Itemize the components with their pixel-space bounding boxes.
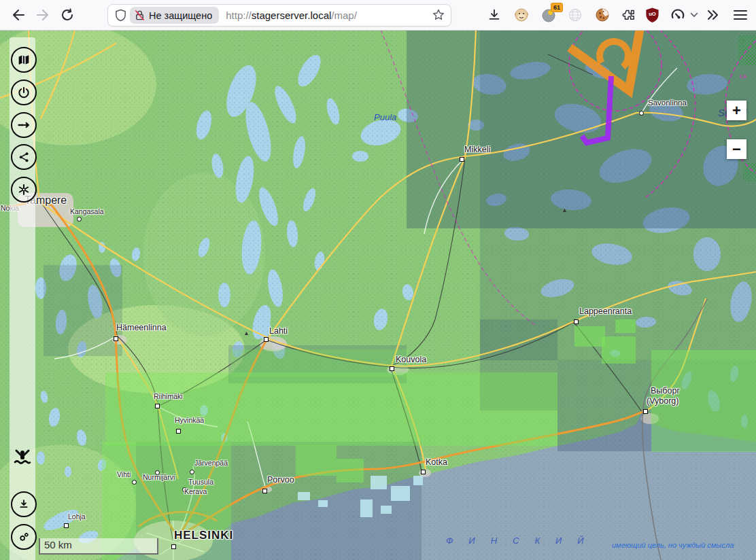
map-label: Выборг	[651, 386, 680, 396]
download-map-button[interactable]	[11, 491, 37, 517]
gauge-extension-button[interactable]	[668, 5, 687, 24]
folded-map-icon	[16, 52, 31, 67]
town-marker	[262, 489, 267, 493]
extension-badge-count: 61	[551, 3, 563, 12]
map-label: Riihimäki	[154, 392, 183, 400]
swimmer-icon	[13, 448, 32, 467]
download-icon	[487, 8, 501, 22]
security-label: Не защищено	[149, 10, 212, 21]
town-marker	[171, 544, 176, 549]
asterisk-icon	[17, 183, 31, 196]
toolbar-overflow-button[interactable]	[704, 5, 723, 24]
track-play-button[interactable]	[11, 112, 37, 138]
share-button[interactable]	[11, 144, 37, 170]
town-marker	[390, 366, 394, 371]
browser-toolbar: Не защищено http://stagerserver.local/ma…	[0, 0, 756, 31]
url-scheme: http://	[226, 10, 252, 21]
map-label: Lappeenranta	[579, 307, 632, 316]
download-icon	[17, 497, 31, 511]
town-marker	[114, 336, 118, 341]
layers-button[interactable]	[11, 47, 37, 73]
map-label: Kouvola	[396, 355, 426, 364]
map-label: Kotka	[426, 457, 447, 467]
town-marker	[190, 470, 194, 474]
map-label: Kerava	[184, 487, 207, 495]
map-label: HELSINKI	[174, 529, 233, 542]
map-label: Hämeenlinna	[116, 323, 167, 332]
settings-button[interactable]	[11, 524, 37, 550]
zoom-in-button[interactable]: +	[727, 101, 746, 120]
map-label: Porvoo	[267, 475, 294, 485]
chevron-down-icon	[690, 12, 698, 18]
map-canvas[interactable]: TampereNokiaKangasalaHämeenlinnaRiihimäk…	[0, 30, 756, 560]
cookie-icon	[594, 7, 611, 23]
map-render	[0, 30, 756, 560]
map-label: Lohja	[68, 512, 86, 521]
town-marker	[77, 217, 82, 222]
town-marker	[64, 523, 69, 528]
gauge-icon	[670, 7, 686, 23]
town-marker	[176, 429, 181, 434]
reload-button[interactable]	[58, 5, 77, 24]
town-marker	[639, 111, 644, 116]
reload-icon	[60, 7, 75, 22]
town-marker	[643, 409, 648, 414]
monkey-icon	[513, 7, 530, 23]
zoom-out-button[interactable]: −	[727, 139, 746, 159]
disabled-globe-extension-button[interactable]	[566, 5, 585, 24]
map-label: имеющий цель, но чуждый смысла	[612, 541, 734, 549]
scale-bar: 50 km	[39, 538, 158, 555]
downloads-button[interactable]	[485, 5, 504, 24]
url-path: /map/	[331, 10, 357, 21]
map-label: Mikkeli	[464, 145, 490, 154]
town-marker	[421, 470, 426, 474]
town-marker	[155, 404, 160, 408]
reserve-hatch	[738, 35, 756, 65]
shield-permissions-icon[interactable]	[114, 8, 127, 22]
power-button[interactable]	[11, 80, 37, 105]
gears-icon	[17, 530, 31, 544]
swimmer-button[interactable]	[12, 447, 33, 468]
dashes-arrow-icon	[16, 118, 31, 133]
app-menu-button[interactable]	[731, 5, 750, 24]
badged-extension-button[interactable]: 61	[539, 5, 558, 24]
map-label: ФИНСКИЙ	[446, 536, 600, 546]
forward-icon	[35, 7, 50, 22]
town-marker	[460, 157, 464, 162]
ublock-origin-button[interactable]: uO	[642, 5, 662, 24]
url-text[interactable]: http://stagerserver.local/map/	[226, 10, 357, 21]
ublock-text: uO	[649, 11, 656, 17]
tampermonkey-extension-button[interactable]	[512, 5, 531, 24]
extensions-button[interactable]	[620, 5, 639, 24]
power-icon	[17, 86, 31, 99]
globe-icon	[567, 7, 583, 23]
hamburger-menu-icon	[734, 10, 747, 20]
puzzle-piece-icon	[622, 7, 638, 23]
map-label: Kangasala	[70, 207, 104, 215]
security-pill[interactable]: Не защищено	[130, 7, 219, 24]
url-host: stagerserver.local	[252, 10, 332, 21]
back-icon	[11, 7, 26, 22]
forward-button[interactable]	[33, 5, 52, 24]
extension-dropdown-button[interactable]	[688, 5, 700, 24]
map-label: Järvenpää	[194, 459, 228, 467]
town-marker	[264, 337, 269, 342]
map-label: Tuusula	[188, 478, 213, 486]
lock-slash-icon	[135, 10, 145, 21]
map-label: Hyvinkää	[175, 416, 204, 424]
double-chevron-right-icon	[707, 10, 719, 20]
back-button[interactable]	[9, 5, 28, 24]
bookmark-star-button[interactable]	[432, 8, 445, 24]
town-marker	[574, 319, 579, 324]
url-bar[interactable]: Не защищено http://stagerserver.local/ma…	[107, 4, 451, 27]
map-label: Lahti	[269, 326, 288, 336]
star-icon	[432, 8, 445, 22]
map-label: LS	[740, 73, 746, 80]
browser-window: Не защищено http://stagerserver.local/ma…	[0, 0, 756, 560]
snowflake-button[interactable]	[11, 177, 37, 203]
map-label: (Vyborg)	[647, 396, 678, 406]
cookie-extension-button[interactable]	[593, 5, 612, 24]
map-label: Puula	[374, 112, 396, 122]
ublock-shield-icon: uO	[645, 7, 660, 23]
map-label: Vihti	[117, 470, 131, 478]
